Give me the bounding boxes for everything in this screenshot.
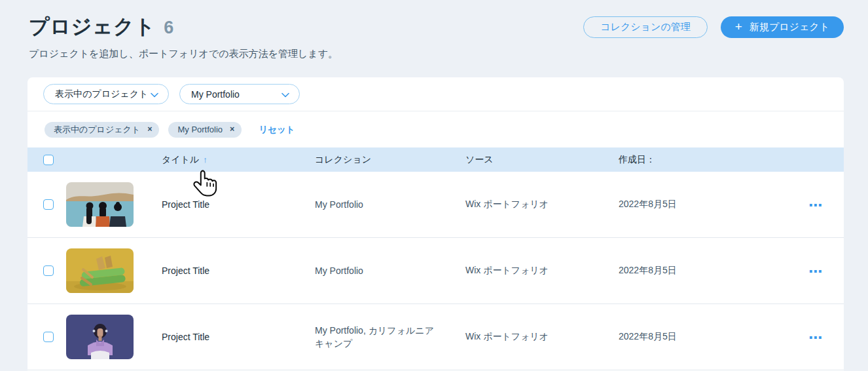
dropdown-label: My Portfolio [191,89,240,100]
project-thumbnail-purple-portrait[interactable] [66,315,134,359]
table-header-row: タイトル↑ コレクション ソース 作成日： [27,147,844,172]
chevron-down-icon [151,89,158,100]
page-header: プロジェクト 6 プロジェクトを追加し、ポートフォリオでの表示方法を管理します。 [29,13,338,60]
header-actions: コレクションの管理 + 新規プロジェクト [583,16,844,38]
filter-chip-visible-projects[interactable]: 表示中のプロジェクト × [45,122,159,138]
page-subtitle: プロジェクトを追加し、ポートフォリオでの表示方法を管理します。 [29,48,338,60]
project-collection: My Portfolio [315,198,465,211]
column-header-source[interactable]: ソース [465,154,619,166]
project-collection: My Portfolio [315,264,465,277]
sort-ascending-icon: ↑ [203,155,208,165]
row-actions-menu-icon[interactable]: ⋯ [808,197,823,212]
project-source: Wix ポートフォリオ [465,199,619,210]
projects-card: 表示中のプロジェクト My Portfolio 表示中のプロジェクト × My … [27,77,844,371]
project-count: 6 [164,18,173,38]
project-title: Project Title [162,265,315,276]
row-actions-menu-icon[interactable]: ⋯ [808,264,823,279]
project-thumbnail-lake-three-people[interactable] [66,182,134,227]
column-header-created[interactable]: 作成日： [619,154,808,166]
project-created-date: 2022年8月5日 [619,331,808,343]
column-header-title[interactable]: タイトル↑ [162,154,315,166]
new-project-label: 新規プロジェクト [750,21,829,33]
table-row[interactable]: Project Title My Portfolio Wix ポートフォリオ 2… [27,172,844,238]
page-title: プロジェクト [29,13,155,41]
row-checkbox[interactable] [43,199,54,210]
filter-chip-my-portfolio[interactable]: My Portfolio × [168,122,242,138]
project-title: Project Title [162,199,315,210]
chevron-down-icon [281,89,289,100]
select-all-checkbox[interactable] [43,155,54,165]
project-source: Wix ポートフォリオ [465,265,619,277]
project-title: Project Title [162,332,315,342]
project-collection: My Portfolio, カリフォルニアキャンプ [315,324,465,351]
column-header-collection[interactable]: コレクション [315,154,465,166]
manage-collections-button[interactable]: コレクションの管理 [583,16,707,38]
row-actions-menu-icon[interactable]: ⋯ [808,330,823,345]
project-created-date: 2022年8月5日 [619,265,808,277]
chip-label: My Portfolio [177,125,223,134]
plus-icon: + [735,20,742,33]
filter-bar: 表示中のプロジェクト My Portfolio [27,77,844,111]
active-filters-row: 表示中のプロジェクト × My Portfolio × リセット [27,111,844,147]
row-checkbox[interactable] [43,332,54,342]
close-icon[interactable]: × [230,125,234,134]
table-row[interactable]: Project Title My Portfolio Wix ポートフォリオ 2… [27,238,844,304]
new-project-button[interactable]: + 新規プロジェクト [721,16,844,38]
reset-filters-link[interactable]: リセット [259,124,295,136]
visible-projects-dropdown[interactable]: 表示中のプロジェクト [43,84,169,104]
project-source: Wix ポートフォリオ [465,331,619,343]
close-icon[interactable]: × [147,125,152,134]
project-created-date: 2022年8月5日 [619,199,808,210]
chip-label: 表示中のプロジェクト [54,124,140,136]
project-thumbnail-yellow-green-legs[interactable] [66,248,134,293]
row-checkbox[interactable] [43,265,54,276]
dropdown-label: 表示中のプロジェクト [55,88,148,100]
portfolio-dropdown[interactable]: My Portfolio [179,84,300,104]
table-row[interactable]: Project Title My Portfolio, カリフォルニアキャンプ … [27,304,844,370]
